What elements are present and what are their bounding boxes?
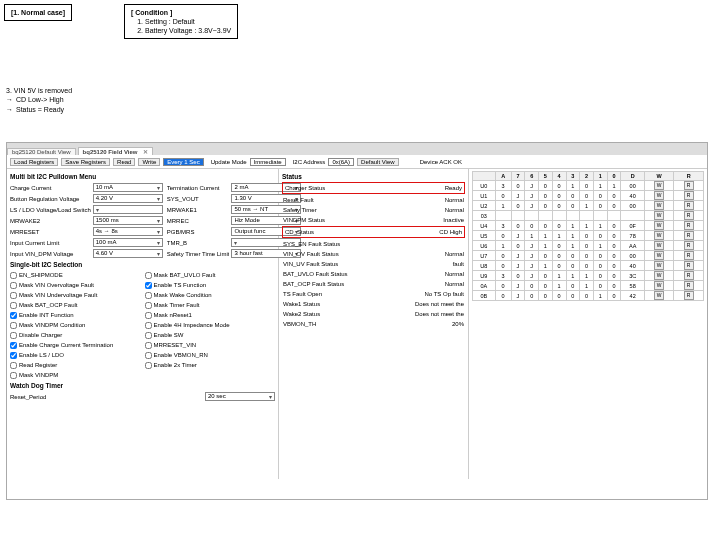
vindpm-select[interactable]: 4.60 V [93,249,163,258]
status-vin-ov-fault-status: VIN_OV Fault StatusNormal [282,249,465,259]
register-grid: A76543210DWRU030J00101100WRU10JJ00000040… [472,171,704,301]
checkbox-enable-sw[interactable]: Enable SW [145,330,276,340]
condition-line: Setting : Default [145,17,231,26]
tab-default-view[interactable]: bq25120 Default View [7,148,76,155]
read-button[interactable]: R [684,201,694,210]
case-box: [1. Normal case] [4,4,72,21]
status-ts-fault-open: TS Fault OpenNo TS Op fault [282,289,465,299]
table-row: U70JJ00000000WR [473,251,704,261]
status-highlight: Charger StatusReady [282,182,465,194]
load-registers-button[interactable]: Load Registers [10,158,58,166]
write-button[interactable]: W [654,291,664,300]
lsldo-select[interactable] [93,205,163,214]
status-cd-status: CD_StatusCD High [284,227,463,237]
checkbox-mask-vindpm-condition[interactable]: Mask VINDPM Condition [10,320,141,330]
read-button[interactable]: R [684,261,694,270]
status-wake2-status: Wake2 StatusDoes not meet the [282,309,465,319]
write-button[interactable]: W [654,281,664,290]
table-row: 0A0J001010058WR [473,281,704,291]
checkbox-en-shipmode[interactable]: EN_SHIPMODE [10,270,141,280]
status-safety-timer: Safety TimerNormal [282,205,465,215]
status-vindpm-status: VINDPM StatusInactive [282,215,465,225]
i2c-address-select[interactable]: 0x(6A) [328,158,354,166]
write-button[interactable]: W [654,261,664,270]
read-button[interactable]: R [684,271,694,280]
status-reset-fault: Reset FaultNormal [282,195,465,205]
write-button[interactable]: W [654,241,664,250]
tab-bar: bq25120 Default View bq25120 Field View … [7,143,707,155]
table-row: 0B0J000001042WR [473,291,704,301]
write-button[interactable]: W [654,221,664,230]
charge-current-select[interactable]: 10 mA [93,183,163,192]
left-panel: Multi bit I2C Pulldown Menu Charge Curre… [7,169,279,479]
app-screenshot: bq25120 Default View bq25120 Field View … [6,142,708,500]
table-row: U50J111100078WR [473,231,704,241]
toolbar: Load Registers Save Registers Read Write… [7,155,707,169]
poll-interval-select[interactable]: Every 1 Sec [163,158,203,166]
ilim-select[interactable]: 100 mA [93,238,163,247]
checkbox-mask-bat-uvlo-fault[interactable]: Mask BAT_UVLO Fault [145,270,276,280]
table-row: U80JJ10000040WR [473,261,704,271]
read-button[interactable]: R [684,251,694,260]
read-button[interactable]: R [684,291,694,300]
checkbox-mask-nreset1[interactable]: Mask nReset1 [145,310,276,320]
single-bit-section: Single-bit I2C Selection [10,261,275,268]
checkbox-enable-ts-function[interactable]: Enable TS Function [145,280,276,290]
checkbox-mask-wake-condition[interactable]: Mask Wake Condition [145,290,276,300]
register-grid-panel: A76543210DWRU030J00101100WRU10JJ00000040… [469,169,707,479]
checkbox-mask-vin-overvoltage-fault[interactable]: Mask VIN Overvoltage Fault [10,280,141,290]
checkbox-enable-4h-impedance-mode[interactable]: Enable 4H Impedance Mode [145,320,276,330]
table-row: U030J00101100WR [473,181,704,191]
write-button[interactable]: W [654,251,664,260]
read-button[interactable]: R [684,211,694,220]
read-button[interactable]: R [684,281,694,290]
read-button[interactable]: R [684,241,694,250]
checkbox-read-register[interactable]: Read Register [10,360,141,370]
checkbox-disable-charger[interactable]: Disable Charger [10,330,141,340]
write-button[interactable]: W [654,201,664,210]
read-button[interactable]: R [684,221,694,230]
write-button[interactable]: W [654,211,664,220]
close-icon[interactable]: ✕ [143,149,148,155]
status-wake1-status: Wake1 StatusDoes not meet the [282,299,465,309]
write-button[interactable]: W [654,271,664,280]
checkbox-mask-bat-ocp-fault[interactable]: Mask BAT_OCP Fault [10,300,141,310]
write-button[interactable]: W [654,231,664,240]
checkbox-enable-vbmon-rn[interactable]: Enable VBMON_RN [145,350,276,360]
watchdog-period-select[interactable]: 20 sec [205,392,275,401]
write-button[interactable]: Write [138,158,160,166]
read-button[interactable]: R [684,181,694,190]
mrreset-select[interactable]: 4s → 8s [93,227,163,236]
condition-box: [ Condition ] Setting : Default Battery … [124,4,238,39]
condition-line: Battery Voltage : 3.8V~3.9V [145,26,231,35]
device-ack-label: Device ACK OK [420,159,462,165]
status-vin-uv-fault-status: VIN_UV Fault Statusfault [282,259,465,269]
write-button[interactable]: W [654,181,664,190]
update-mode-select[interactable]: Immediate [250,158,286,166]
read-button[interactable]: Read [113,158,135,166]
mrwake2-select[interactable]: 1500 ms [93,216,163,225]
checkbox-enable-int-function[interactable]: Enable INT Function [10,310,141,320]
vreg-select[interactable]: 4.20 V [93,194,163,203]
checkbox-mask-vindpm[interactable]: Mask VINDPM [10,370,141,380]
checkbox-mask-vin-undervoltage-fault[interactable]: Mask VIN Undervoltage Fault [10,290,141,300]
write-button[interactable]: W [654,191,664,200]
status-section: Status [282,173,465,180]
status-bat-uvlo-fault-status: BAT_UVLO Fault StatusNormal [282,269,465,279]
table-row: 03WR [473,211,704,221]
step3-text: 3. VIN 5V is removed CD Low-> High Statu… [6,86,72,114]
read-button[interactable]: R [684,231,694,240]
checkbox-enable-charge-current-termination[interactable]: Enable Charge Current Termination [10,340,141,350]
checkbox-mrreset-vin[interactable]: MRRESET_VIN [145,340,276,350]
default-view-button[interactable]: Default View [357,158,399,166]
i2c-address-label: I2C Address [293,159,326,165]
read-button[interactable]: R [684,191,694,200]
checkbox-enable-ls-ldo[interactable]: Enable LS / LDO [10,350,141,360]
table-row: U210J00010000WR [473,201,704,211]
checkbox-mask-timer-fault[interactable]: Mask Timer Fault [145,300,276,310]
status-panel: Status Charger StatusReadyReset FaultNor… [279,169,469,479]
condition-header: [ Condition ] [131,8,231,17]
tab-field-view[interactable]: bq25120 Field View ✕ [78,147,154,155]
checkbox-enable-2x-timer[interactable]: Enable 2x Timer [145,360,276,370]
save-registers-button[interactable]: Save Registers [61,158,110,166]
